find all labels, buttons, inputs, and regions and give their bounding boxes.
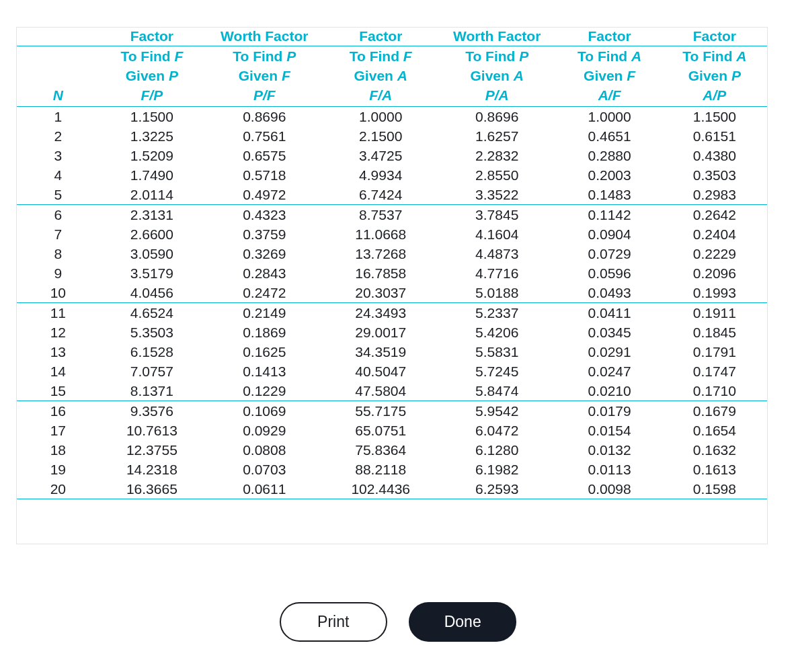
table-cell: 0.0493 <box>557 283 662 303</box>
table-cell: 3.3522 <box>437 185 557 205</box>
table-row: 72.66000.375911.06684.16040.09040.2404 <box>17 224 767 244</box>
table-cell: 0.1747 <box>662 362 767 381</box>
table-cell: 0.1993 <box>662 283 767 303</box>
table-cell: 0.0411 <box>557 303 662 323</box>
table-cell: 14 <box>17 362 100 381</box>
table-cell: 9 <box>17 263 100 283</box>
table-cell: 0.0113 <box>557 460 662 479</box>
table-cell: 20 <box>17 479 100 499</box>
table-cell: 7.0757 <box>100 362 204 381</box>
table-cell: 0.0611 <box>204 479 325 499</box>
table-cell: 0.1413 <box>204 362 325 381</box>
table-cell: 0.2003 <box>557 165 662 185</box>
table-cell: 3.7845 <box>437 205 557 225</box>
col-header-given: Given P <box>100 66 204 85</box>
table-cell: 0.0929 <box>204 421 325 440</box>
table-cell: 0.1229 <box>204 381 325 401</box>
table-cell: 2.3131 <box>100 205 204 225</box>
table-cell: 0.2880 <box>557 146 662 165</box>
col-header: Factor <box>325 27 437 46</box>
table-cell: 1.6257 <box>437 126 557 146</box>
table-cell: 5.7245 <box>437 362 557 381</box>
table-cell: 0.4380 <box>662 146 767 165</box>
table-scroll-frame[interactable]: Factor Worth Factor Factor Worth Factor … <box>16 27 768 544</box>
col-header-given: Given A <box>325 66 437 85</box>
table-cell: 16.7858 <box>325 263 437 283</box>
col-header-find: To Find P <box>437 46 557 67</box>
table-cell: 4.1604 <box>437 224 557 244</box>
table-cell: 20.3037 <box>325 283 437 303</box>
table-cell: 0.5718 <box>204 165 325 185</box>
done-button[interactable]: Done <box>409 602 516 642</box>
table-cell: 29.0017 <box>325 323 437 342</box>
table-row: 1710.76130.092965.07516.04720.01540.1654 <box>17 421 767 440</box>
table-cell: 0.4972 <box>204 185 325 205</box>
table-cell: 6.1528 <box>100 342 204 362</box>
table-cell: 5.4206 <box>437 323 557 342</box>
table-cell: 4 <box>17 165 100 185</box>
table-row: 83.05900.326913.72684.48730.07290.2229 <box>17 244 767 263</box>
table-cell: 0.1069 <box>204 401 325 421</box>
table-cell: 1.0000 <box>325 107 437 127</box>
table-cell: 5.5831 <box>437 342 557 362</box>
table-cell: 1.1500 <box>100 107 204 127</box>
table-cell: 4.7716 <box>437 263 557 283</box>
table-cell: 2 <box>17 126 100 146</box>
col-header: Worth Factor <box>437 27 557 46</box>
col-header-ratio: F/P <box>100 85 204 107</box>
print-button[interactable]: Print <box>280 602 387 642</box>
col-header-ratio: A/F <box>557 85 662 107</box>
interest-factor-table: Factor Worth Factor Factor Worth Factor … <box>17 27 767 499</box>
table-cell: 75.8364 <box>325 440 437 460</box>
table-cell: 19 <box>17 460 100 479</box>
table-cell: 2.0114 <box>100 185 204 205</box>
table-cell: 0.1654 <box>662 421 767 440</box>
table-cell: 1.0000 <box>557 107 662 127</box>
table-row: 158.13710.122947.58045.84740.02100.1710 <box>17 381 767 401</box>
table-cell: 4.0456 <box>100 283 204 303</box>
table-row: 11.15000.86961.00000.86961.00001.1500 <box>17 107 767 127</box>
table-cell: 102.4436 <box>325 479 437 499</box>
table-cell: 34.3519 <box>325 342 437 362</box>
table-row: 21.32250.75612.15001.62570.46510.6151 <box>17 126 767 146</box>
table-cell: 2.8550 <box>437 165 557 185</box>
col-header-find: To Find F <box>325 46 437 67</box>
table-cell: 0.4323 <box>204 205 325 225</box>
table-row: 1914.23180.070388.21186.19820.01130.1613 <box>17 460 767 479</box>
table-cell: 0.1625 <box>204 342 325 362</box>
table-cell: 5.9542 <box>437 401 557 421</box>
table-cell: 5.3503 <box>100 323 204 342</box>
col-header-ratio: P/A <box>437 85 557 107</box>
table-cell: 40.5047 <box>325 362 437 381</box>
table-cell: 12 <box>17 323 100 342</box>
table-cell: 0.0132 <box>557 440 662 460</box>
table-cell: 0.1845 <box>662 323 767 342</box>
table-cell: 0.0179 <box>557 401 662 421</box>
table-cell: 0.2096 <box>662 263 767 283</box>
table-cell: 6.1280 <box>437 440 557 460</box>
table-cell: 0.6151 <box>662 126 767 146</box>
col-header-find: To Find A <box>662 46 767 67</box>
table-cell: 1.1500 <box>662 107 767 127</box>
table-cell: 0.2472 <box>204 283 325 303</box>
table-cell: 0.0154 <box>557 421 662 440</box>
table-cell: 16.3665 <box>100 479 204 499</box>
col-header-given: Given F <box>204 66 325 85</box>
table-cell: 4.9934 <box>325 165 437 185</box>
table-cell: 2.2832 <box>437 146 557 165</box>
col-header-find: To Find A <box>557 46 662 67</box>
col-header-find: To Find P <box>204 46 325 67</box>
col-header-ratio: F/A <box>325 85 437 107</box>
table-cell: 13 <box>17 342 100 362</box>
table-cell: 0.0291 <box>557 342 662 362</box>
table-row: 1812.37550.080875.83646.12800.01320.1632 <box>17 440 767 460</box>
table-cell: 0.2229 <box>662 244 767 263</box>
col-header-given: Given A <box>437 66 557 85</box>
button-bar: Print Done <box>0 602 796 642</box>
table-cell: 0.0808 <box>204 440 325 460</box>
table-cell: 1 <box>17 107 100 127</box>
table-cell: 65.0751 <box>325 421 437 440</box>
table-cell: 3.0590 <box>100 244 204 263</box>
table-cell: 0.8696 <box>437 107 557 127</box>
table-cell: 0.2149 <box>204 303 325 323</box>
